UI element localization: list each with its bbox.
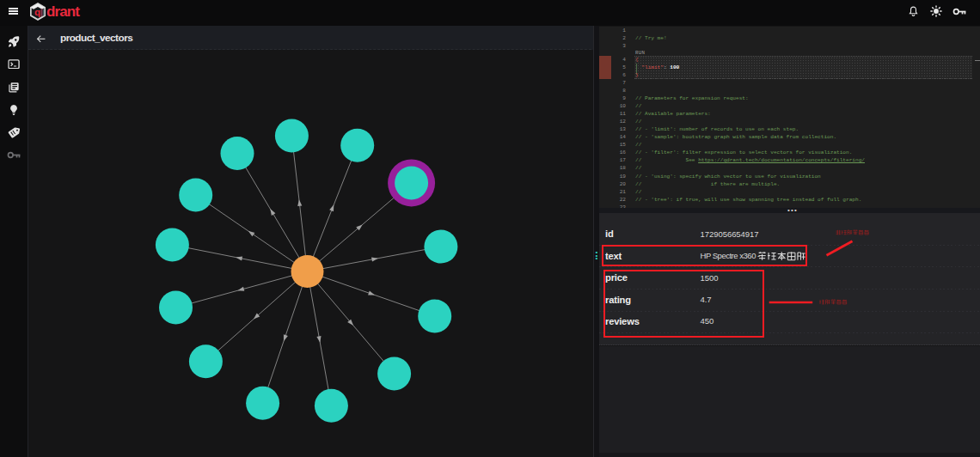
svg-text:q: q [34, 6, 40, 17]
